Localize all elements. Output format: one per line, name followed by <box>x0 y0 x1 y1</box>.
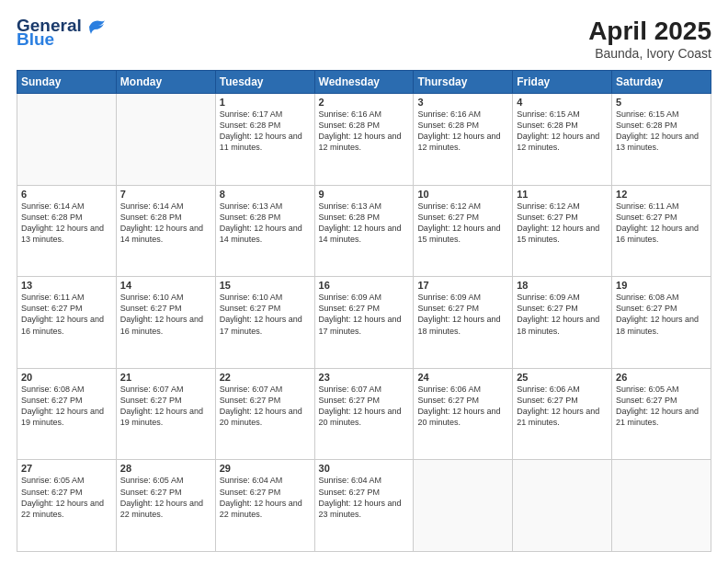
day-number: 27 <box>21 463 112 474</box>
calendar-cell: 7Sunrise: 6:14 AM Sunset: 6:28 PM Daylig… <box>116 185 215 277</box>
day-number: 20 <box>21 372 112 383</box>
calendar-table: SundayMondayTuesdayWednesdayThursdayFrid… <box>17 70 711 552</box>
calendar-cell: 11Sunrise: 6:12 AM Sunset: 6:27 PM Dayli… <box>513 185 612 277</box>
day-number: 7 <box>120 189 211 200</box>
day-number: 9 <box>319 189 410 200</box>
calendar-cell: 8Sunrise: 6:13 AM Sunset: 6:28 PM Daylig… <box>215 185 314 277</box>
day-info: Sunrise: 6:12 AM Sunset: 6:27 PM Dayligh… <box>517 201 608 246</box>
calendar-title: April 2025 <box>588 17 711 46</box>
day-header-sunday: Sunday <box>17 71 117 94</box>
day-header-monday: Monday <box>116 71 215 94</box>
day-number: 25 <box>517 372 608 383</box>
day-info: Sunrise: 6:09 AM Sunset: 6:27 PM Dayligh… <box>319 292 410 337</box>
calendar-week-row: 13Sunrise: 6:11 AM Sunset: 6:27 PM Dayli… <box>17 277 711 369</box>
day-number: 22 <box>220 372 311 383</box>
calendar-cell <box>17 94 117 186</box>
day-info: Sunrise: 6:14 AM Sunset: 6:28 PM Dayligh… <box>120 201 211 246</box>
header: General Blue April 2025 Baunda, Ivory Co… <box>17 17 711 61</box>
calendar-cell: 16Sunrise: 6:09 AM Sunset: 6:27 PM Dayli… <box>314 277 414 369</box>
day-header-wednesday: Wednesday <box>314 71 414 94</box>
calendar-header-row: SundayMondayTuesdayWednesdayThursdayFrid… <box>17 71 711 94</box>
day-info: Sunrise: 6:14 AM Sunset: 6:28 PM Dayligh… <box>21 201 112 246</box>
day-number: 17 <box>417 280 508 291</box>
title-block: April 2025 Baunda, Ivory Coast <box>588 17 711 61</box>
calendar-cell <box>116 94 215 186</box>
calendar-cell: 6Sunrise: 6:14 AM Sunset: 6:28 PM Daylig… <box>17 185 117 277</box>
day-info: Sunrise: 6:16 AM Sunset: 6:28 PM Dayligh… <box>319 109 410 154</box>
day-number: 14 <box>120 280 211 291</box>
day-info: Sunrise: 6:05 AM Sunset: 6:27 PM Dayligh… <box>120 475 211 520</box>
day-number: 18 <box>517 280 608 291</box>
calendar-cell: 28Sunrise: 6:05 AM Sunset: 6:27 PM Dayli… <box>116 460 215 552</box>
day-info: Sunrise: 6:06 AM Sunset: 6:27 PM Dayligh… <box>417 384 508 429</box>
calendar-cell: 10Sunrise: 6:12 AM Sunset: 6:27 PM Dayli… <box>414 185 513 277</box>
calendar-cell: 5Sunrise: 6:15 AM Sunset: 6:28 PM Daylig… <box>612 94 711 186</box>
day-info: Sunrise: 6:11 AM Sunset: 6:27 PM Dayligh… <box>21 292 112 337</box>
calendar-subtitle: Baunda, Ivory Coast <box>588 46 711 61</box>
day-number: 12 <box>616 189 707 200</box>
calendar-cell <box>414 460 513 552</box>
day-number: 30 <box>319 463 410 474</box>
calendar-cell: 26Sunrise: 6:05 AM Sunset: 6:27 PM Dayli… <box>612 368 711 460</box>
day-number: 1 <box>220 97 311 108</box>
day-number: 19 <box>616 280 707 291</box>
day-info: Sunrise: 6:13 AM Sunset: 6:28 PM Dayligh… <box>319 201 410 246</box>
calendar-cell <box>513 460 612 552</box>
day-info: Sunrise: 6:11 AM Sunset: 6:27 PM Dayligh… <box>616 201 707 246</box>
day-number: 29 <box>220 463 311 474</box>
calendar-cell: 23Sunrise: 6:07 AM Sunset: 6:27 PM Dayli… <box>314 368 414 460</box>
day-info: Sunrise: 6:08 AM Sunset: 6:27 PM Dayligh… <box>21 384 112 429</box>
calendar-week-row: 1Sunrise: 6:17 AM Sunset: 6:28 PM Daylig… <box>17 94 711 186</box>
day-number: 28 <box>120 463 211 474</box>
day-number: 13 <box>21 280 112 291</box>
day-info: Sunrise: 6:07 AM Sunset: 6:27 PM Dayligh… <box>220 384 311 429</box>
day-number: 23 <box>319 372 410 383</box>
day-info: Sunrise: 6:16 AM Sunset: 6:28 PM Dayligh… <box>417 109 508 154</box>
logo-blue: Blue <box>17 30 82 48</box>
day-info: Sunrise: 6:10 AM Sunset: 6:27 PM Dayligh… <box>120 292 211 337</box>
day-number: 26 <box>616 372 707 383</box>
page: General Blue April 2025 Baunda, Ivory Co… <box>0 0 728 563</box>
day-number: 21 <box>120 372 211 383</box>
day-number: 16 <box>319 280 410 291</box>
calendar-cell: 21Sunrise: 6:07 AM Sunset: 6:27 PM Dayli… <box>116 368 215 460</box>
calendar-cell: 3Sunrise: 6:16 AM Sunset: 6:28 PM Daylig… <box>414 94 513 186</box>
day-info: Sunrise: 6:15 AM Sunset: 6:28 PM Dayligh… <box>616 109 707 154</box>
day-number: 10 <box>417 189 508 200</box>
day-header-tuesday: Tuesday <box>215 71 314 94</box>
day-info: Sunrise: 6:04 AM Sunset: 6:27 PM Dayligh… <box>220 475 311 520</box>
day-number: 24 <box>417 372 508 383</box>
calendar-week-row: 27Sunrise: 6:05 AM Sunset: 6:27 PM Dayli… <box>17 460 711 552</box>
day-number: 5 <box>616 97 707 108</box>
calendar-cell: 2Sunrise: 6:16 AM Sunset: 6:28 PM Daylig… <box>314 94 414 186</box>
day-header-thursday: Thursday <box>414 71 513 94</box>
day-number: 3 <box>417 97 508 108</box>
day-info: Sunrise: 6:06 AM Sunset: 6:27 PM Dayligh… <box>517 384 608 429</box>
calendar-cell: 4Sunrise: 6:15 AM Sunset: 6:28 PM Daylig… <box>513 94 612 186</box>
calendar-cell <box>612 460 711 552</box>
day-info: Sunrise: 6:07 AM Sunset: 6:27 PM Dayligh… <box>319 384 410 429</box>
day-info: Sunrise: 6:09 AM Sunset: 6:27 PM Dayligh… <box>517 292 608 337</box>
logo-bird-icon <box>85 17 106 36</box>
day-info: Sunrise: 6:12 AM Sunset: 6:27 PM Dayligh… <box>417 201 508 246</box>
logo: General Blue <box>17 17 106 48</box>
calendar-week-row: 20Sunrise: 6:08 AM Sunset: 6:27 PM Dayli… <box>17 368 711 460</box>
calendar-cell: 25Sunrise: 6:06 AM Sunset: 6:27 PM Dayli… <box>513 368 612 460</box>
day-info: Sunrise: 6:05 AM Sunset: 6:27 PM Dayligh… <box>21 475 112 520</box>
day-info: Sunrise: 6:15 AM Sunset: 6:28 PM Dayligh… <box>517 109 608 154</box>
calendar-cell: 14Sunrise: 6:10 AM Sunset: 6:27 PM Dayli… <box>116 277 215 369</box>
day-header-saturday: Saturday <box>612 71 711 94</box>
day-number: 6 <box>21 189 112 200</box>
day-info: Sunrise: 6:09 AM Sunset: 6:27 PM Dayligh… <box>417 292 508 337</box>
day-info: Sunrise: 6:07 AM Sunset: 6:27 PM Dayligh… <box>120 384 211 429</box>
calendar-cell: 15Sunrise: 6:10 AM Sunset: 6:27 PM Dayli… <box>215 277 314 369</box>
day-number: 8 <box>220 189 311 200</box>
calendar-cell: 22Sunrise: 6:07 AM Sunset: 6:27 PM Dayli… <box>215 368 314 460</box>
day-info: Sunrise: 6:17 AM Sunset: 6:28 PM Dayligh… <box>220 109 311 154</box>
calendar-week-row: 6Sunrise: 6:14 AM Sunset: 6:28 PM Daylig… <box>17 185 711 277</box>
calendar-cell: 27Sunrise: 6:05 AM Sunset: 6:27 PM Dayli… <box>17 460 117 552</box>
calendar-cell: 13Sunrise: 6:11 AM Sunset: 6:27 PM Dayli… <box>17 277 117 369</box>
calendar-cell: 9Sunrise: 6:13 AM Sunset: 6:28 PM Daylig… <box>314 185 414 277</box>
day-number: 2 <box>319 97 410 108</box>
calendar-cell: 19Sunrise: 6:08 AM Sunset: 6:27 PM Dayli… <box>612 277 711 369</box>
